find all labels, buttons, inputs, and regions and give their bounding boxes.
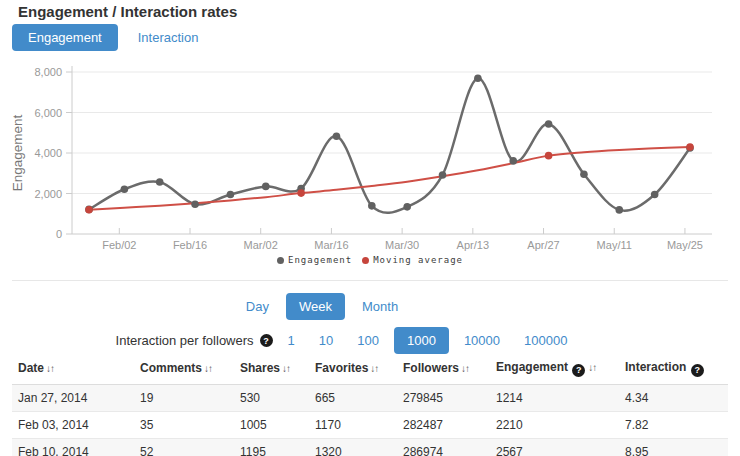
- tab-engagement[interactable]: Engagement: [12, 24, 118, 51]
- engagement-point[interactable]: [651, 191, 659, 199]
- engagement-point[interactable]: [474, 74, 482, 82]
- x-tick-label: May/25: [667, 239, 703, 251]
- table-cell: 1214: [490, 384, 619, 411]
- engagement-chart: 02,0004,0006,0008,000Feb/02Feb/16Mar/02M…: [0, 58, 740, 258]
- followers-label: Interaction per followers: [116, 333, 254, 348]
- followers-option-100[interactable]: 100: [348, 327, 388, 354]
- y-axis-label: Engagement: [10, 114, 25, 191]
- engagement-point[interactable]: [156, 178, 164, 186]
- table-cell: 1320: [309, 438, 397, 456]
- sort-arrows-icon: ↓↑: [588, 362, 596, 373]
- moving-average-point[interactable]: [545, 152, 553, 160]
- legend-item-moving-average: Moving average: [362, 255, 463, 265]
- column-label: Favorites: [315, 361, 368, 375]
- table-cell: 282487: [397, 411, 490, 438]
- x-tick-label: Mar/30: [385, 239, 419, 251]
- table-cell: Jan 27, 2014: [12, 384, 134, 411]
- column-header-date[interactable]: Date↓↑: [12, 354, 134, 384]
- table-row: Feb 03, 2014351005117028248722107.82: [12, 411, 728, 438]
- table-cell: 52: [134, 438, 234, 456]
- chart-legend: Engagement Moving average: [0, 255, 740, 265]
- period-switcher: Day Week Month: [0, 293, 692, 320]
- column-header-followers[interactable]: Followers↓↑: [397, 354, 490, 384]
- section-divider: [12, 280, 728, 281]
- page-title: Engagement / Interaction rates: [18, 3, 237, 20]
- legend-label: Engagement: [288, 255, 352, 265]
- column-label: Shares: [240, 361, 280, 375]
- engagement-point[interactable]: [333, 132, 341, 140]
- period-option-month[interactable]: Month: [353, 293, 407, 320]
- sort-arrows-icon: ↓↑: [204, 363, 212, 374]
- table-row: Feb 10, 2014521195132028697425678.95: [12, 438, 728, 456]
- table-cell: 35: [134, 411, 234, 438]
- table-body: Jan 27, 20141953066527984512144.34Feb 03…: [12, 384, 728, 456]
- help-icon[interactable]: ?: [572, 364, 585, 377]
- moving-average-point[interactable]: [85, 206, 93, 214]
- column-header-shares[interactable]: Shares↓↑: [234, 354, 309, 384]
- table-cell: 2210: [490, 411, 619, 438]
- column-label: Date: [18, 361, 44, 375]
- engagement-marker-icon: [277, 257, 284, 264]
- x-tick-label: Apr/27: [527, 239, 559, 251]
- engagement-point[interactable]: [121, 185, 129, 193]
- engagement-point[interactable]: [615, 206, 623, 214]
- engagement-line: [89, 78, 690, 213]
- moving-average-marker-icon: [362, 257, 369, 264]
- engagement-point[interactable]: [262, 183, 270, 191]
- period-option-week[interactable]: Week: [286, 293, 345, 320]
- engagement-point[interactable]: [368, 202, 376, 210]
- legend-item-engagement: Engagement: [277, 255, 352, 265]
- engagement-chart-svg: 02,0004,0006,0008,000Feb/02Feb/16Mar/02M…: [0, 58, 740, 258]
- engagement-point[interactable]: [545, 120, 553, 128]
- table-header-row: Date↓↑ Comments↓↑ Shares↓↑ Favorites↓↑ F…: [12, 354, 728, 384]
- x-tick-label: Feb/16: [173, 239, 207, 251]
- y-tick-label: 2,000: [34, 188, 62, 200]
- table-cell: 19: [134, 384, 234, 411]
- legend-label: Moving average: [373, 255, 463, 265]
- column-header-comments[interactable]: Comments↓↑: [134, 354, 234, 384]
- x-tick-label: Feb/02: [102, 239, 136, 251]
- chart-tabs: Engagement Interaction: [12, 24, 214, 51]
- stats-table: Date↓↑ Comments↓↑ Shares↓↑ Favorites↓↑ F…: [12, 354, 728, 456]
- y-tick-label: 4,000: [34, 147, 62, 159]
- table-cell: Feb 10, 2014: [12, 438, 134, 456]
- moving-average-point[interactable]: [297, 189, 305, 197]
- help-icon[interactable]: ?: [260, 334, 273, 347]
- table-cell: 8.95: [619, 438, 728, 456]
- sort-arrows-icon: ↓↑: [282, 363, 290, 374]
- x-tick-label: May/11: [597, 239, 632, 251]
- moving-average-line: [89, 147, 690, 210]
- x-tick-label: Mar/16: [314, 239, 348, 251]
- engagement-point[interactable]: [191, 200, 199, 208]
- followers-option-100000[interactable]: 100000: [515, 327, 576, 354]
- followers-option-1000[interactable]: 1000: [394, 327, 449, 354]
- x-tick-label: Mar/02: [244, 239, 278, 251]
- engagement-point[interactable]: [227, 191, 235, 199]
- sort-arrows-icon: ↓↑: [461, 363, 469, 374]
- followers-switcher: Interaction per followers ? 1 10 100 100…: [0, 327, 716, 354]
- table-cell: 7.82: [619, 411, 728, 438]
- table-cell: 4.34: [619, 384, 728, 411]
- table-cell: 279845: [397, 384, 490, 411]
- followers-option-10000[interactable]: 10000: [455, 327, 509, 354]
- table-row: Jan 27, 20141953066527984512144.34: [12, 384, 728, 411]
- column-label: Comments: [140, 361, 202, 375]
- period-option-day[interactable]: Day: [237, 293, 278, 320]
- engagement-point[interactable]: [580, 170, 588, 178]
- table-cell: 1005: [234, 411, 309, 438]
- x-tick-label: Apr/13: [457, 239, 489, 251]
- followers-option-10[interactable]: 10: [310, 327, 342, 354]
- help-icon[interactable]: ?: [691, 364, 704, 377]
- column-header-interaction[interactable]: Interaction ?: [619, 354, 728, 384]
- column-header-engagement[interactable]: Engagement ?↓↑: [490, 354, 619, 384]
- engagement-point[interactable]: [403, 203, 411, 211]
- moving-average-point[interactable]: [686, 143, 694, 151]
- column-header-favorites[interactable]: Favorites↓↑: [309, 354, 397, 384]
- tab-interaction[interactable]: Interaction: [122, 24, 215, 51]
- column-label: Followers: [403, 361, 459, 375]
- column-label: Engagement: [496, 360, 568, 374]
- engagement-point[interactable]: [439, 171, 447, 179]
- dashboard-page: Engagement / Interaction rates Engagemen…: [0, 0, 740, 456]
- followers-option-1[interactable]: 1: [279, 327, 304, 354]
- engagement-point[interactable]: [509, 157, 517, 165]
